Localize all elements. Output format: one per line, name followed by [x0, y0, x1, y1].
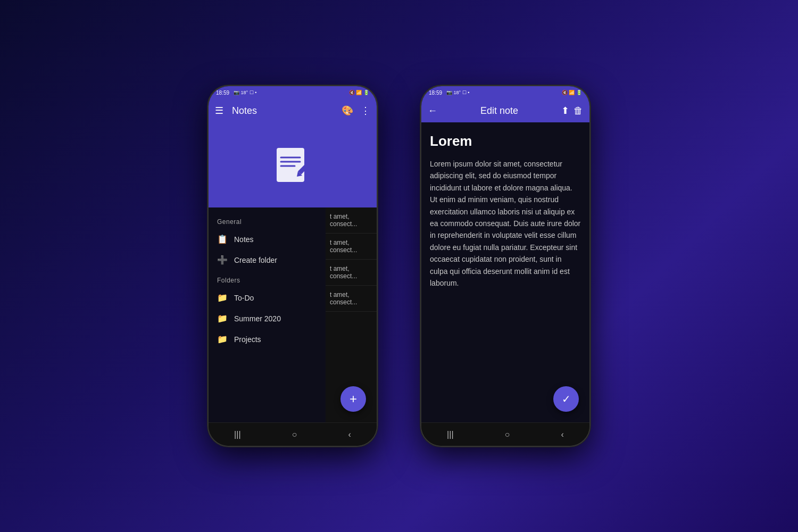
folder-icon-summer: 📁	[217, 313, 228, 323]
folder-summer[interactable]: 📁 Summer 2020	[209, 308, 326, 329]
folder-projects-label: Projects	[234, 335, 261, 344]
folders-label: Folders	[209, 275, 326, 287]
edit-content: Lorem Lorem ipsum dolor sit amet, consec…	[421, 122, 589, 422]
delete-icon[interactable]: 🗑	[573, 106, 583, 115]
phone-1: 18:59 📷 18° ☐ • 🔇 📶 🔋 ☰ Notes 🎨 ⋮ Genera	[207, 85, 378, 447]
phone-2: 18:59 📷 18° ☐ • 🔇 📶 🔋 ← Edit note ⬆ 🗑 Lo…	[420, 85, 591, 447]
phone-content-1: General 📋 Notes ➕ Create folder Folders …	[209, 207, 377, 422]
app-title-1: Notes	[232, 105, 342, 117]
palette-icon[interactable]: 🎨	[342, 106, 353, 115]
status-time-2: 18:59	[429, 90, 442, 96]
drawer-notes-label: Notes	[234, 235, 254, 244]
back-nav-1[interactable]: ‹	[348, 430, 351, 439]
folder-icon-todo: 📁	[217, 293, 228, 303]
notes-hero	[209, 122, 377, 207]
note-list-item-3[interactable]: t amet, consect...	[326, 286, 377, 312]
home-nav-2[interactable]: ○	[505, 430, 510, 439]
home-nav-1[interactable]: ○	[292, 430, 297, 439]
recents-nav-2[interactable]: |||	[447, 430, 453, 439]
folder-todo[interactable]: 📁 To-Do	[209, 287, 326, 308]
drawer: General 📋 Notes ➕ Create folder Folders …	[209, 207, 326, 422]
status-left-1: 18:59 📷 18° ☐ •	[216, 90, 256, 96]
create-folder-icon: ➕	[217, 255, 228, 265]
notes-hero-icon	[271, 144, 314, 186]
more-icon[interactable]: ⋮	[361, 106, 370, 115]
folder-icon-projects: 📁	[217, 334, 228, 344]
edit-app-bar: ← Edit note ⬆ 🗑	[421, 99, 589, 122]
folder-todo-label: To-Do	[234, 294, 254, 302]
drawer-notes-item[interactable]: 📋 Notes	[209, 229, 326, 250]
add-fab[interactable]: +	[340, 386, 366, 412]
folder-summer-label: Summer 2020	[234, 314, 281, 323]
note-title: Lorem	[430, 133, 581, 149]
drawer-create-folder-item[interactable]: ➕ Create folder	[209, 250, 326, 270]
svg-rect-0	[277, 148, 304, 182]
share-icon[interactable]: ⬆	[561, 106, 569, 115]
bottom-nav-1: ||| ○ ‹	[209, 422, 377, 446]
status-icons-1: 🔇 📶 🔋	[349, 90, 369, 95]
app-bar-1: ☰ Notes 🎨 ⋮	[209, 99, 377, 122]
status-right-2: 🔇 📶 🔋	[562, 90, 582, 95]
folder-projects[interactable]: 📁 Projects	[209, 329, 326, 350]
status-indicators-2: 📷 18° ☐ •	[446, 90, 469, 95]
status-bar-2: 18:59 📷 18° ☐ • 🔇 📶 🔋	[421, 86, 589, 99]
note-body[interactable]: Lorem ipsum dolor sit amet, consectetur …	[430, 158, 581, 289]
bottom-nav-2: ||| ○ ‹	[421, 422, 589, 446]
notes-drawer-icon: 📋	[217, 234, 228, 244]
note-list-item-1[interactable]: t amet, consect...	[326, 234, 377, 260]
recents-nav-1[interactable]: |||	[234, 430, 240, 439]
menu-icon[interactable]: ☰	[215, 106, 223, 115]
confirm-fab[interactable]: ✓	[553, 386, 579, 412]
edit-note-title: Edit note	[442, 105, 557, 117]
status-time-1: 18:59	[216, 90, 229, 96]
status-left-2: 18:59 📷 18° ☐ •	[429, 90, 469, 96]
back-nav-2[interactable]: ‹	[561, 430, 564, 439]
note-list-item-2[interactable]: t amet, consect...	[326, 260, 377, 286]
app-bar-icons-1: 🎨 ⋮	[342, 106, 370, 115]
status-indicators-1: 📷 18° ☐ •	[234, 90, 256, 95]
general-label: General	[209, 216, 326, 229]
status-bar-1: 18:59 📷 18° ☐ • 🔇 📶 🔋	[209, 86, 377, 99]
status-right-1: 🔇 📶 🔋	[349, 90, 369, 95]
note-list-item-0[interactable]: t amet, consect...	[326, 207, 377, 234]
back-button[interactable]: ←	[428, 106, 437, 115]
status-icons-2: 🔇 📶 🔋	[562, 90, 582, 95]
drawer-create-folder-label: Create folder	[234, 256, 277, 264]
